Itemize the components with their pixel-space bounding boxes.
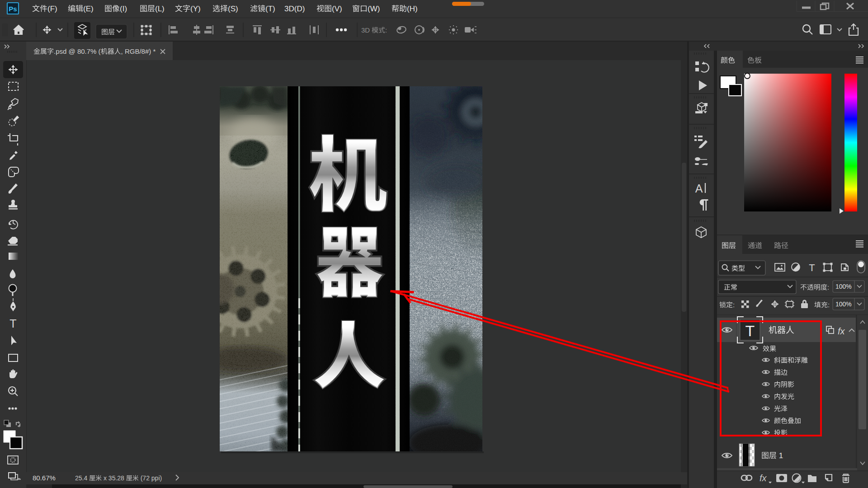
svg-text::: : (828, 301, 830, 309)
svg-text:25.4: 25.4 (75, 474, 89, 482)
svg-text:T: T (809, 262, 815, 273)
svg-text:fx: fx (760, 473, 767, 483)
svg-text:(72 ppi): (72 ppi) (139, 474, 162, 482)
svg-text:.psd @ 80.7% (: .psd @ 80.7% ( (54, 47, 101, 55)
svg-text:fx: fx (838, 326, 845, 336)
svg-text::: : (385, 26, 387, 34)
svg-text:1: 1 (777, 451, 783, 460)
svg-text:T: T (745, 322, 755, 339)
svg-text:T: T (9, 317, 16, 330)
svg-text::: : (733, 301, 735, 309)
svg-text:(Y): (Y) (190, 5, 201, 13)
svg-text:(H): (H) (407, 5, 418, 13)
svg-text:Ps: Ps (9, 5, 17, 13)
svg-text:x 35.28: x 35.28 (102, 474, 126, 482)
svg-text:(F): (F) (47, 5, 57, 13)
svg-text:(W): (W) (368, 5, 380, 13)
svg-text:(I): (I) (120, 5, 127, 13)
svg-text:(L): (L) (155, 5, 165, 13)
svg-text:(T): (T) (265, 5, 275, 13)
svg-text:(S): (S) (228, 5, 238, 13)
svg-text:80.67%: 80.67% (33, 474, 56, 482)
svg-text:3D(D): 3D(D) (284, 5, 305, 13)
svg-text:3D: 3D (361, 26, 370, 34)
svg-text:100%: 100% (835, 283, 852, 290)
svg-text:A: A (695, 182, 703, 195)
svg-text:100%: 100% (835, 300, 852, 308)
svg-text:(E): (E) (83, 5, 94, 13)
svg-text:(V): (V) (332, 5, 342, 13)
svg-text::: : (827, 283, 829, 291)
svg-text:, RGB/8#) *: , RGB/8#) * (121, 47, 156, 55)
